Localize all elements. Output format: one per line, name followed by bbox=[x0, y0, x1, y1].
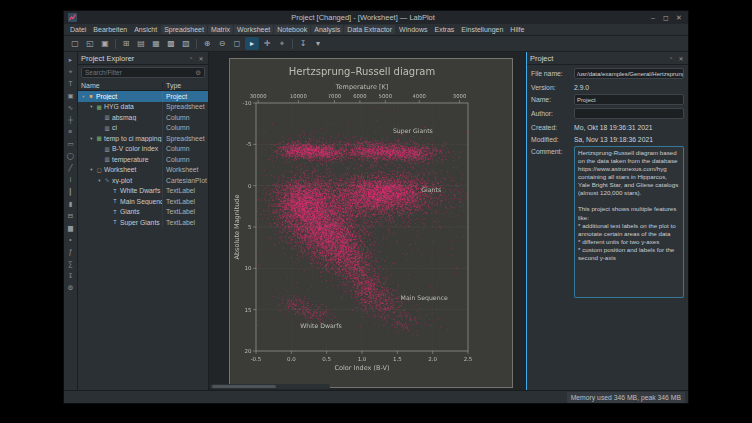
column-icon: ▥ bbox=[103, 146, 111, 152]
xy-curve-icon[interactable]: ∿ bbox=[65, 102, 76, 113]
expander-icon[interactable]: ▾ bbox=[88, 104, 95, 109]
worksheet-page[interactable]: Hertzsprung–Russell diagramTemperature [… bbox=[229, 58, 513, 388]
horizontal-scrollbar-handle[interactable] bbox=[212, 385, 276, 388]
search-filter-input[interactable]: Search/Filter ⚙ bbox=[81, 67, 205, 78]
tree-item-label: HYG data bbox=[104, 103, 134, 110]
open-project-icon[interactable]: ◱ bbox=[83, 37, 97, 50]
select-mode-icon[interactable]: ▸ bbox=[245, 37, 259, 50]
tree-row-xy-plot[interactable]: ▾∿xy-plotCartesianPlot bbox=[78, 175, 208, 186]
tree-row-super-giants[interactable]: TSuper GiantsTextLabel bbox=[78, 217, 208, 228]
top-tick-label: 30000 bbox=[250, 93, 267, 99]
tree-row-temp-to-ci-mapping[interactable]: ▾▦temp to ci mappingSpreadsheet bbox=[78, 133, 208, 144]
close-icon[interactable]: ✕ bbox=[674, 14, 684, 22]
tree-item-label: Project bbox=[96, 93, 117, 100]
menu-bearbeiten[interactable]: Bearbeiten bbox=[90, 25, 130, 34]
tree-row-ci[interactable]: ▥ciColumn bbox=[78, 123, 208, 134]
histogram-icon[interactable]: ▆ bbox=[65, 222, 76, 233]
sum-icon[interactable]: ∑ bbox=[65, 258, 76, 269]
tree-row-white-dwarfs[interactable]: TWhite DwarfsTextLabel bbox=[78, 186, 208, 197]
menu-ansicht[interactable]: Ansicht bbox=[131, 25, 160, 34]
tree-row-hyg-data[interactable]: ▾▦HYG dataSpreadsheet bbox=[78, 102, 208, 113]
new-workbook-icon[interactable]: ▤ bbox=[134, 37, 148, 50]
info-element-icon[interactable]: i bbox=[65, 174, 76, 185]
save-project-icon[interactable]: ▣ bbox=[98, 37, 112, 50]
maximize-icon[interactable]: ◻ bbox=[661, 14, 671, 22]
menu-data-extractor[interactable]: Data Extractor bbox=[344, 25, 395, 34]
export-image-icon[interactable]: ↧ bbox=[65, 270, 76, 281]
minimize-icon[interactable]: – bbox=[648, 14, 658, 22]
tree-row-worksheet[interactable]: ▾▢WorksheetWorksheet bbox=[78, 165, 208, 176]
zoom-in-icon[interactable]: ⊕ bbox=[200, 37, 214, 50]
fit-icon[interactable]: ƒ bbox=[65, 246, 76, 257]
custom-point-icon[interactable]: • bbox=[65, 234, 76, 245]
prop-file-name-input[interactable]: /usr/data/examples/General/Hertzsprung-R… bbox=[574, 68, 684, 79]
tree-row-main-sequence[interactable]: TMain SequenceTextLabel bbox=[78, 196, 208, 207]
dock-close-icon[interactable]: ✕ bbox=[677, 55, 685, 62]
reference-line-icon[interactable]: ┃ bbox=[65, 186, 76, 197]
properties-header[interactable]: Project ▫ ✕ bbox=[527, 52, 688, 65]
image-icon[interactable]: ▣ bbox=[65, 90, 76, 101]
menu-einstellungen[interactable]: Einstellungen bbox=[458, 25, 506, 34]
prop-author-input[interactable] bbox=[574, 108, 684, 119]
new-matrix-icon[interactable]: ▩ bbox=[164, 37, 178, 50]
y-tick-label: 5 bbox=[248, 224, 252, 230]
filter-settings-icon[interactable]: ⚙ bbox=[195, 69, 201, 77]
box-plot-icon[interactable]: ⊟ bbox=[65, 210, 76, 221]
settings-icon[interactable]: ⚙ bbox=[65, 282, 76, 293]
menu-windows[interactable]: Windows bbox=[396, 25, 430, 34]
dock-float-icon[interactable]: ▫ bbox=[187, 55, 195, 61]
text-label-icon[interactable]: T bbox=[65, 78, 76, 89]
menu-hilfe[interactable]: Hilfe bbox=[507, 25, 527, 34]
hr-plot[interactable]: Hertzsprung–Russell diagramTemperature [… bbox=[230, 59, 512, 387]
dock-close-icon[interactable]: ✕ bbox=[197, 55, 205, 62]
zoom-fit-icon[interactable]: ◻ bbox=[230, 37, 244, 50]
menu-notebook[interactable]: Notebook bbox=[274, 25, 310, 34]
tree-row-giants[interactable]: TGiantsTextLabel bbox=[78, 207, 208, 218]
top-tick-label: 6000 bbox=[353, 93, 367, 99]
line-icon[interactable]: ╱ bbox=[65, 162, 76, 173]
legend-icon[interactable]: ≡ bbox=[65, 126, 76, 137]
expander-icon[interactable]: ▾ bbox=[96, 178, 103, 183]
prop-name-input[interactable]: Project bbox=[574, 94, 684, 105]
region-label-giants: Giants bbox=[421, 186, 441, 193]
new-worksheet-icon[interactable]: ▧ bbox=[179, 37, 193, 50]
new-spreadsheet-icon[interactable]: ▦ bbox=[149, 37, 163, 50]
menu-worksheet[interactable]: Worksheet bbox=[234, 25, 273, 34]
crosshair-mode-icon[interactable]: ⌖ bbox=[275, 37, 289, 50]
tree-row-b-v-color-index[interactable]: ▥B-V color indexColumn bbox=[78, 144, 208, 155]
toolbar-overflow-icon[interactable]: ▾ bbox=[311, 37, 325, 50]
select-icon[interactable]: ▸ bbox=[65, 54, 76, 65]
x-tick-label: 0.0 bbox=[287, 356, 296, 362]
zoom-out-icon[interactable]: ⊖ bbox=[215, 37, 229, 50]
prop-label-version: Version: bbox=[531, 82, 571, 91]
column-header-type[interactable]: Type bbox=[162, 82, 208, 89]
project-explorer-header[interactable]: Project Explorer ▫ ✕ bbox=[78, 52, 208, 65]
expander-icon[interactable]: ▾ bbox=[88, 167, 95, 172]
tree-row-absmag[interactable]: ▥absmagColumn bbox=[78, 112, 208, 123]
new-folder-icon[interactable]: ⊞ bbox=[119, 37, 133, 50]
prop-comment-textarea[interactable]: Hertzsprung-Russell diagram based on the… bbox=[574, 146, 684, 298]
rectangle-icon[interactable]: ▭ bbox=[65, 138, 76, 149]
menu-spreadsheet[interactable]: Spreadsheet bbox=[161, 25, 207, 34]
bar-plot-icon[interactable]: ▮ bbox=[65, 198, 76, 209]
menu-matrix[interactable]: Matrix bbox=[208, 25, 233, 34]
tree-row-project[interactable]: ▾■ProjectProject bbox=[78, 91, 208, 102]
axis-icon[interactable]: ┼ bbox=[65, 114, 76, 125]
dock-float-icon[interactable]: ▫ bbox=[667, 55, 675, 61]
tree-row-temperature[interactable]: ▥temperatureColumn bbox=[78, 154, 208, 165]
column-header-name[interactable]: Name bbox=[78, 82, 162, 89]
ellipse-icon[interactable]: ◯ bbox=[65, 150, 76, 161]
expander-icon[interactable]: ▾ bbox=[80, 94, 87, 99]
expander-icon[interactable]: ▾ bbox=[88, 136, 95, 141]
zoom-select-icon[interactable]: ⌖ bbox=[65, 66, 76, 77]
export-icon[interactable]: ↧ bbox=[296, 37, 310, 50]
tree-item-name-cell: TGiants bbox=[78, 208, 162, 215]
menu-analysis[interactable]: Analysis bbox=[311, 25, 343, 34]
titlebar[interactable]: Project [Changed] - [Worksheet] — LabPlo… bbox=[64, 11, 688, 24]
horizontal-scrollbar[interactable] bbox=[210, 384, 330, 389]
new-project-icon[interactable]: ▢ bbox=[68, 37, 82, 50]
tree-item-name-cell: ▥temperature bbox=[78, 156, 162, 163]
pan-mode-icon[interactable]: ✛ bbox=[260, 37, 274, 50]
menu-extras[interactable]: Extras bbox=[431, 25, 457, 34]
menu-datei[interactable]: Datei bbox=[67, 25, 89, 34]
